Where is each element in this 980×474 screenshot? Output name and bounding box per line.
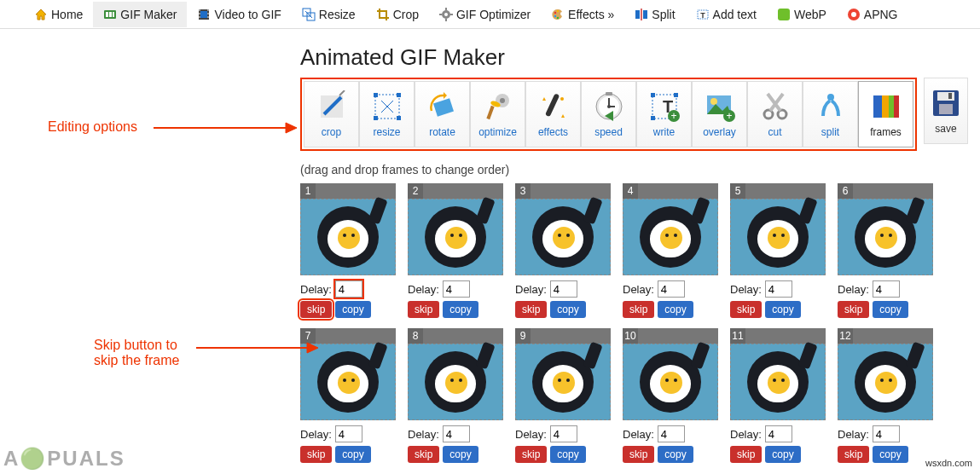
copy-button[interactable]: copy: [335, 446, 370, 463]
palette-icon: [551, 8, 565, 21]
frame-image[interactable]: [623, 199, 718, 275]
main-content: Animated GIF Maker crop resize rotate op…: [300, 44, 980, 463]
overlay-tool-icon: +: [704, 90, 736, 123]
skip-button[interactable]: skip: [408, 301, 439, 318]
delay-input[interactable]: [443, 280, 470, 298]
frame-card[interactable]: 8Delay:skipcopy: [408, 328, 503, 463]
frame-card[interactable]: 9Delay:skipcopy: [515, 328, 611, 463]
skip-button[interactable]: skip: [623, 301, 654, 318]
copy-button[interactable]: copy: [658, 446, 693, 463]
tool-speed[interactable]: speed: [581, 81, 636, 147]
skip-button[interactable]: skip: [300, 446, 332, 463]
nav-optimizer-label: GIF Optimizer: [456, 8, 531, 21]
frame-image[interactable]: [300, 199, 396, 275]
copy-button[interactable]: copy: [550, 301, 585, 318]
frame-card[interactable]: 1Delay:skipcopy: [300, 183, 396, 318]
nav-split[interactable]: Split: [624, 2, 685, 27]
tool-effects[interactable]: effects: [525, 81, 581, 147]
nav-addtext[interactable]: T Add text: [686, 2, 767, 27]
nav-optimizer[interactable]: GIF Optimizer: [429, 2, 541, 27]
skip-button[interactable]: skip: [623, 446, 654, 463]
skip-button[interactable]: skip: [730, 301, 762, 318]
skip-button[interactable]: skip: [838, 301, 869, 318]
copy-button[interactable]: copy: [765, 301, 800, 318]
svg-text:+: +: [670, 110, 676, 122]
delay-input[interactable]: [873, 425, 900, 442]
tool-resize-label: resize: [373, 126, 400, 138]
webp-icon: [777, 8, 791, 21]
copy-button[interactable]: copy: [765, 446, 800, 463]
skip-button[interactable]: skip: [515, 301, 547, 318]
frame-image[interactable]: [730, 344, 826, 420]
tool-resize[interactable]: resize: [359, 81, 415, 147]
frame-card[interactable]: 11Delay:skipcopy: [730, 328, 826, 463]
skip-button[interactable]: skip: [408, 446, 439, 463]
tool-write[interactable]: T+ write: [636, 81, 692, 147]
delay-input[interactable]: [335, 280, 362, 298]
frame-card[interactable]: 10Delay:skipcopy: [623, 328, 718, 463]
delay-label: Delay:: [408, 428, 439, 441]
nav-gifmaker[interactable]: GIF Maker: [93, 2, 187, 27]
nav-effects[interactable]: Effects »: [541, 2, 624, 27]
tool-rotate[interactable]: rotate: [415, 81, 470, 147]
tool-cut[interactable]: cut: [747, 81, 803, 147]
copy-button[interactable]: copy: [873, 301, 908, 318]
tool-overlay[interactable]: + overlay: [692, 81, 747, 147]
tool-crop[interactable]: crop: [304, 81, 359, 147]
copy-button[interactable]: copy: [443, 301, 478, 318]
skip-button[interactable]: skip: [515, 446, 547, 463]
tool-frames[interactable]: frames: [858, 81, 913, 147]
svg-rect-1: [106, 12, 108, 17]
tool-effects-label: effects: [538, 126, 568, 138]
nav-resize[interactable]: Resize: [292, 2, 366, 27]
addtext-icon: T: [696, 8, 710, 21]
frame-header: 10: [623, 328, 718, 344]
nav-home[interactable]: Home: [24, 2, 93, 27]
delay-input[interactable]: [443, 425, 470, 442]
frame-number: 1: [300, 183, 316, 199]
frame-image[interactable]: [730, 199, 826, 275]
frame-card[interactable]: 3Delay:skipcopy: [515, 183, 611, 318]
frame-card[interactable]: 5Delay:skipcopy: [730, 183, 826, 318]
skip-button[interactable]: skip: [730, 446, 762, 463]
frame-card[interactable]: 12Delay:skipcopy: [838, 328, 933, 463]
frame-image[interactable]: [838, 344, 933, 420]
delay-input[interactable]: [550, 280, 577, 298]
delay-input[interactable]: [765, 425, 792, 442]
frame-image[interactable]: [408, 199, 503, 275]
tool-split[interactable]: split: [803, 81, 858, 147]
copy-button[interactable]: copy: [443, 446, 478, 463]
copy-button[interactable]: copy: [873, 446, 908, 463]
copy-button[interactable]: copy: [658, 301, 693, 318]
delay-input[interactable]: [550, 425, 577, 442]
svg-point-31: [851, 12, 856, 17]
skip-button[interactable]: skip: [838, 446, 869, 463]
delay-input[interactable]: [873, 280, 900, 298]
nav-apng[interactable]: APNG: [837, 2, 908, 27]
nav-crop[interactable]: Crop: [366, 2, 429, 27]
svg-rect-2: [109, 12, 112, 17]
frame-card[interactable]: 4Delay:skipcopy: [623, 183, 718, 318]
frame-image[interactable]: [838, 199, 933, 275]
copy-button[interactable]: copy: [550, 446, 585, 463]
frame-card[interactable]: 6Delay:skipcopy: [838, 183, 933, 318]
tool-optimize[interactable]: optimize: [470, 81, 525, 147]
delay-input[interactable]: [658, 425, 685, 442]
nav-home-label: Home: [51, 8, 83, 21]
frame-card[interactable]: 2Delay:skipcopy: [408, 183, 503, 318]
delay-input[interactable]: [335, 425, 362, 442]
save-button[interactable]: save: [924, 78, 968, 144]
skip-button[interactable]: skip: [300, 301, 332, 318]
svg-text:+: +: [726, 110, 732, 122]
frame-number: 6: [838, 183, 853, 199]
frame-image[interactable]: [408, 344, 503, 420]
delay-input[interactable]: [658, 280, 685, 298]
frame-image[interactable]: [515, 199, 611, 275]
nav-webp[interactable]: WebP: [767, 2, 837, 27]
frame-image[interactable]: [623, 344, 718, 420]
delay-input[interactable]: [765, 280, 792, 298]
delay-row: Delay:: [730, 425, 826, 442]
frame-image[interactable]: [515, 344, 611, 420]
copy-button[interactable]: copy: [335, 301, 370, 318]
nav-video[interactable]: Video to GIF: [187, 2, 291, 27]
